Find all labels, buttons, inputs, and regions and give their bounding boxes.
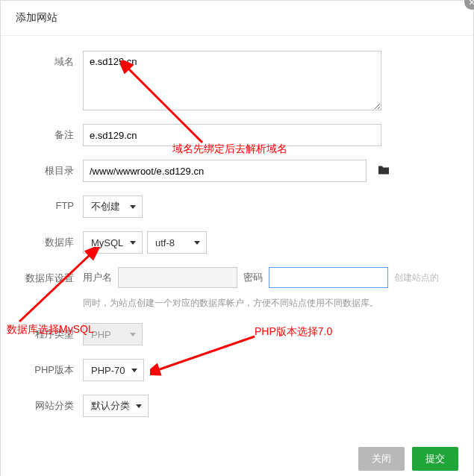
- chevron-down-icon: [136, 404, 142, 408]
- ftp-select[interactable]: 不创建: [83, 195, 143, 218]
- chevron-down-icon: [130, 205, 136, 209]
- db-user-label: 用户名: [83, 271, 112, 284]
- charset-select-value: utf-8: [155, 237, 175, 248]
- dialog-footer: 关闭 提交: [1, 438, 473, 476]
- add-site-dialog: × 添加网站 域名 e.sd129.cn 备注 根目录 FTP: [0, 0, 474, 476]
- label-ftp: FTP: [16, 195, 83, 211]
- database-select-value: MySQL: [91, 237, 123, 248]
- label-db-settings: 数据库设置: [16, 267, 83, 285]
- site-category-select[interactable]: 默认分类: [83, 395, 149, 417]
- db-help-text: 同时，为站点创建一个对应的数据库帐户，方便不同站点使用不同数据库。: [83, 297, 458, 310]
- folder-icon[interactable]: [377, 165, 390, 178]
- php-version-select[interactable]: PHP-70: [83, 359, 144, 381]
- db-username-input[interactable]: [118, 267, 237, 288]
- chevron-down-icon: [194, 241, 200, 245]
- database-select[interactable]: MySQL: [83, 231, 143, 254]
- php-version-value: PHP-70: [91, 365, 125, 376]
- label-database: 数据库: [16, 231, 83, 249]
- submit-button[interactable]: 提交: [412, 447, 458, 471]
- domain-textarea[interactable]: e.sd129.cn: [83, 51, 381, 110]
- remark-input[interactable]: [83, 124, 381, 146]
- label-php-version: PHP版本: [16, 359, 83, 377]
- chevron-down-icon: [131, 369, 137, 372]
- chevron-down-icon: [130, 241, 136, 245]
- site-category-value: 默认分类: [91, 399, 130, 413]
- close-button[interactable]: 关闭: [358, 447, 405, 471]
- program-type-value: PHP: [91, 329, 111, 340]
- label-root: 根目录: [16, 160, 83, 178]
- label-domain: 域名: [16, 51, 83, 69]
- label-program-type: 程序类型: [16, 323, 83, 341]
- ftp-select-value: 不创建: [91, 200, 120, 213]
- dialog-body: 域名 e.sd129.cn 备注 根目录 FTP 不: [1, 36, 473, 438]
- dialog-title: 添加网站: [1, 1, 473, 36]
- db-pwd-label: 密码: [243, 271, 263, 284]
- db-password-input[interactable]: [269, 267, 388, 288]
- label-site-category: 网站分类: [16, 395, 83, 413]
- label-remark: 备注: [16, 124, 83, 142]
- program-type-select: PHP: [83, 323, 143, 345]
- root-input[interactable]: [83, 160, 367, 182]
- charset-select[interactable]: utf-8: [147, 231, 207, 254]
- chevron-down-icon: [130, 333, 136, 336]
- create-site-hint: 创建站点的: [394, 272, 439, 284]
